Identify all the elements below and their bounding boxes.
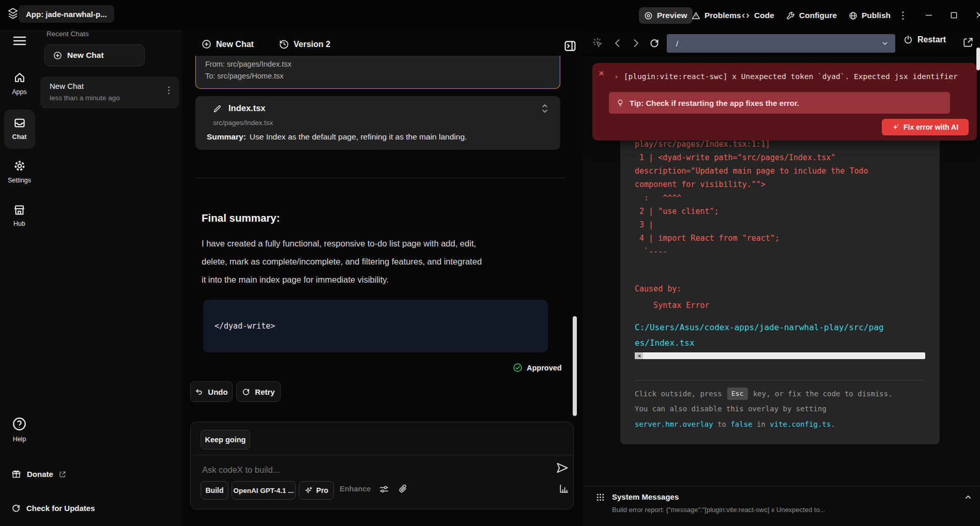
file-card-title: Index.tsx xyxy=(228,103,266,113)
chat-item-title: New Chat xyxy=(50,82,84,90)
error-tip: Tip: Check if restarting the app fixes t… xyxy=(609,92,950,114)
retry-button[interactable]: Retry xyxy=(236,381,281,402)
code-line: component for visibility.""> xyxy=(635,178,924,191)
sidebar-item-apps[interactable]: Apps xyxy=(0,88,39,96)
dismiss-text: Click outside, press xyxy=(635,388,726,399)
undo-button[interactable]: Undo xyxy=(190,381,233,402)
app-logo-icon xyxy=(7,7,19,21)
window-scrollbar[interactable] xyxy=(976,48,980,70)
gear-icon[interactable] xyxy=(13,159,26,173)
fix-error-ai-button[interactable]: Fix error with AI xyxy=(882,119,969,135)
sliders-icon[interactable] xyxy=(379,484,389,494)
eye-icon xyxy=(644,11,653,20)
pointer-mode-icon[interactable] xyxy=(592,37,604,49)
title-bar: App: jade-narwhal-p... Preview Problems … xyxy=(0,0,980,30)
restart-button[interactable]: Restart xyxy=(904,35,946,44)
chat-input[interactable] xyxy=(201,462,493,477)
chevron-expand-icon[interactable] xyxy=(540,102,550,115)
chat-item-subtitle: less than a minute ago xyxy=(50,94,120,102)
chevron-up-icon[interactable] xyxy=(963,492,973,502)
url-text: / xyxy=(676,39,678,48)
collapse-panel-icon[interactable] xyxy=(563,39,577,53)
menu-hamburger-icon[interactable] xyxy=(12,35,27,47)
reload-icon[interactable] xyxy=(649,38,660,48)
sidebar-item-help[interactable]: Help xyxy=(0,436,39,443)
dismiss-hint-line2: You can also disable this overlay by set… xyxy=(635,403,826,414)
home-icon[interactable] xyxy=(13,71,26,84)
sidebar-item-chat[interactable] xyxy=(4,110,35,149)
summary-line: delete, mark as complete/incomplete, and… xyxy=(202,257,482,267)
lightbulb-icon xyxy=(616,99,624,107)
paperclip-icon[interactable] xyxy=(397,484,408,494)
error-file-path: C:/Users/Asus/codex-apps/jade-narwhal-pl… xyxy=(635,322,884,332)
dismiss-hint-line1: Click outside, press Esc key, or fix the… xyxy=(635,388,893,400)
pro-toggle-button[interactable]: Pro xyxy=(299,481,334,500)
donate-button[interactable]: Donate xyxy=(11,469,66,479)
keep-going-button[interactable]: Keep going xyxy=(201,430,250,450)
back-icon[interactable] xyxy=(612,38,623,49)
rename-from: From: src/pages/Index.tsx xyxy=(205,60,292,68)
code-block: </dyad-write> xyxy=(203,300,548,352)
maximize-button[interactable] xyxy=(946,7,961,23)
code-snippet: </dyad-write> xyxy=(215,321,275,331)
code-label: Code xyxy=(754,11,774,20)
new-chat-header-label: New Chat xyxy=(216,40,254,49)
url-bar[interactable]: / xyxy=(667,34,895,53)
donate-label: Donate xyxy=(27,470,53,478)
sidebar-new-chat-button[interactable]: New Chat xyxy=(44,44,145,66)
more-menu-kebab-icon[interactable]: ⋮ xyxy=(898,7,908,23)
file-write-card[interactable]: Index.tsx src/pages/Index.tsx Summary: U… xyxy=(195,96,560,150)
open-external-icon[interactable] xyxy=(962,37,974,48)
minimize-button[interactable] xyxy=(921,7,937,23)
code-tab[interactable]: Code xyxy=(736,7,779,24)
error-prefix: › xyxy=(614,72,619,81)
restart-label: Restart xyxy=(917,35,946,44)
publish-label: Publish xyxy=(862,11,891,20)
error-message: [plugin:vite:react-swc] x Unexpected tok… xyxy=(624,72,958,81)
sidebar-new-chat-label: New Chat xyxy=(67,51,104,60)
chevron-down-icon[interactable] xyxy=(881,39,889,48)
preview-toolbar: / Restart xyxy=(583,30,980,57)
model-selector-button[interactable]: OpenAI GPT-4.1 ... xyxy=(232,481,296,500)
undo-label: Undo xyxy=(208,388,227,396)
bar-chart-icon[interactable] xyxy=(559,484,569,494)
system-messages-title: System Messages xyxy=(612,492,679,501)
code-brackets-icon xyxy=(741,11,750,20)
system-messages-subtitle: Build error report: {"message":"[plugin:… xyxy=(612,506,825,514)
file-rename-card: From: src/pages/Index.tsx To: src/pages/… xyxy=(195,56,560,89)
divider xyxy=(635,380,924,381)
caused-detail: Syntax Error xyxy=(635,299,710,312)
preview-tab[interactable]: Preview xyxy=(639,7,693,24)
code-line: 2 | "use client"; xyxy=(635,205,924,218)
send-icon[interactable] xyxy=(556,461,569,474)
sidebar-item-settings[interactable]: Settings xyxy=(0,177,39,184)
publish-tab[interactable]: Publish xyxy=(844,7,896,24)
sparkles-icon xyxy=(892,123,899,131)
system-messages-bar[interactable]: System Messages Build error report: {"me… xyxy=(583,486,980,526)
chat-item-more-kebab-icon[interactable]: ⋮ xyxy=(164,85,173,96)
caused-by: Caused by: xyxy=(635,282,681,296)
enhance-button[interactable]: Enhance xyxy=(340,485,371,493)
dismiss-text: key, or fix the code to dismiss. xyxy=(749,388,893,399)
app-title-pill[interactable]: App: jade-narwhal-p... xyxy=(19,5,114,23)
close-button[interactable] xyxy=(973,7,980,23)
build-mode-button[interactable]: Build xyxy=(201,481,228,500)
configure-tab[interactable]: Configure xyxy=(781,7,842,24)
check-updates-button[interactable]: Check for Updates xyxy=(11,503,95,513)
scroll-left-arrow-icon[interactable]: ◀ xyxy=(635,352,643,359)
external-link-icon xyxy=(59,471,66,478)
store-icon[interactable] xyxy=(13,204,26,216)
approved-badge: Approved xyxy=(513,363,562,373)
dismiss-error-close-icon[interactable]: × xyxy=(599,68,604,78)
forward-icon[interactable] xyxy=(631,38,641,49)
help-circle-icon[interactable] xyxy=(12,416,27,431)
sidebar-item-hub[interactable]: Hub xyxy=(0,220,39,227)
divider xyxy=(195,178,565,178)
plus-circle-icon xyxy=(53,51,62,60)
chat-list-item[interactable]: New Chat less than a minute ago ⋮ xyxy=(40,76,179,109)
chat-scrollbar[interactable] xyxy=(573,316,577,416)
version-button[interactable]: Version 2 xyxy=(279,39,330,49)
new-chat-header-button[interactable]: New Chat xyxy=(202,39,254,49)
error-tip-text: Tip: Check if restarting the app fixes t… xyxy=(630,99,799,107)
horizontal-scrollbar[interactable]: ◀ xyxy=(635,352,925,359)
